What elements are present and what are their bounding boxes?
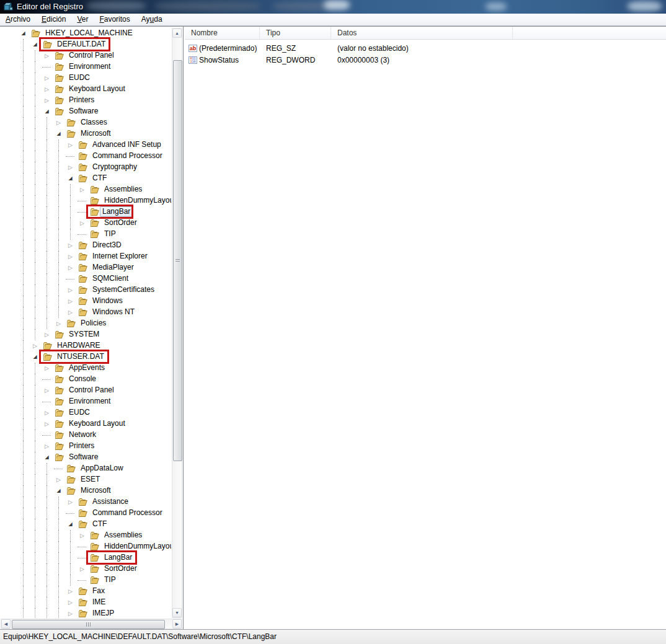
tree-item[interactable]: AppDataLow — [0, 463, 171, 474]
tree-item[interactable]: ◢DEFAULT.DAT — [0, 39, 171, 50]
menu-bar[interactable]: ArchivoEdiciónVerFavoritosAyuda — [0, 14, 666, 26]
tree-item[interactable]: Console — [0, 374, 171, 385]
tree-node-console[interactable]: Console — [53, 374, 99, 384]
tree-item[interactable]: ◢HKEY_LOCAL_MACHINE — [0, 28, 171, 39]
expander-open-icon[interactable]: ◢ — [66, 519, 75, 529]
tree-node-tip[interactable]: TIP — [88, 575, 119, 585]
tree-item[interactable]: ▷MediaPlayer — [0, 262, 171, 273]
tree-node-policies[interactable]: Policies — [64, 318, 109, 329]
vertical-scroll-thumb[interactable] — [173, 60, 182, 461]
expander-closed-icon[interactable]: ▷ — [78, 531, 87, 540]
tree-node-control-panel[interactable]: Control Panel — [53, 385, 117, 395]
tree-item[interactable]: ▷AppEvents — [0, 363, 171, 374]
tree-node-command-processor[interactable]: Command Processor — [76, 151, 166, 161]
tree-node-ctf[interactable]: CTF — [76, 519, 110, 529]
tree-node-assemblies[interactable]: Assemblies — [88, 530, 145, 540]
registry-tree-pane[interactable]: ◢HKEY_LOCAL_MACHINE◢DEFAULT.DAT▷Control … — [0, 27, 184, 629]
tree-node-hkey-local-machine[interactable]: HKEY_LOCAL_MACHINE — [29, 28, 136, 38]
tree-item[interactable]: ▷IMEJP — [0, 608, 171, 618]
expander-closed-icon[interactable]: ▷ — [78, 564, 87, 574]
expander-closed-icon[interactable]: ▷ — [42, 408, 51, 418]
tree-item[interactable]: ▷Internet Explorer — [0, 251, 171, 262]
tree-node-ntuser-dat[interactable]: NTUSER.DAT — [41, 351, 107, 362]
tree-item[interactable]: ▷Cryptography — [0, 162, 171, 173]
tree-item[interactable]: ▷Keyboard Layout — [0, 418, 171, 430]
expander-closed-icon[interactable]: ▷ — [42, 419, 51, 429]
tree-item[interactable]: ▷SYSTEM — [0, 329, 171, 340]
tree-item[interactable]: Command Processor — [0, 508, 171, 519]
tree-node-windows-nt[interactable]: Windows NT — [76, 307, 138, 317]
menu-item-favoritos[interactable]: Favoritos — [94, 14, 135, 25]
tree-item[interactable]: Environment — [0, 396, 171, 407]
tree-node-hiddendummylayouts[interactable]: HiddenDummyLayouts — [88, 195, 171, 206]
tree-item[interactable]: ▷IME — [0, 597, 171, 608]
expander-closed-icon[interactable]: ▷ — [42, 73, 51, 83]
tree-item[interactable]: ◢NTUSER.DAT — [0, 351, 171, 363]
tree-node-systemcertificates[interactable]: SystemCertificates — [76, 285, 158, 295]
tree-item[interactable]: Command Processor — [0, 151, 171, 162]
tree-node-eudc[interactable]: EUDC — [53, 73, 93, 83]
tree-item[interactable]: ▷Classes — [0, 117, 171, 128]
tree-node-environment[interactable]: Environment — [53, 61, 113, 72]
tree-node-environment[interactable]: Environment — [53, 396, 113, 407]
tree-item[interactable]: ▷EUDC — [0, 407, 171, 418]
tree-node-langbar[interactable]: LangBar — [88, 552, 135, 563]
title-bar[interactable]: Editor del Registro — [0, 0, 666, 14]
expander-closed-icon[interactable]: ▷ — [54, 118, 63, 128]
expander-open-icon[interactable]: ◢ — [30, 40, 40, 50]
tree-item[interactable]: ▷EUDC — [0, 73, 171, 84]
expander-closed-icon[interactable]: ▷ — [66, 609, 75, 618]
tree-item[interactable]: ▷Assemblies — [0, 530, 171, 541]
expander-closed-icon[interactable]: ▷ — [42, 84, 51, 94]
tree-item[interactable]: TIP — [0, 229, 171, 240]
menu-item-ver[interactable]: Ver — [71, 14, 94, 25]
tree-node-classes[interactable]: Classes — [64, 117, 110, 128]
tree-node-printers[interactable]: Printers — [53, 441, 97, 451]
tree-item[interactable]: LangBar — [0, 206, 171, 218]
tree-node-keyboard-layout[interactable]: Keyboard Layout — [53, 418, 128, 429]
expander-closed-icon[interactable]: ▷ — [66, 307, 75, 317]
expander-closed-icon[interactable]: ▷ — [66, 140, 75, 150]
tree-item[interactable]: ◢Microsoft — [0, 128, 171, 139]
expander-open-icon[interactable]: ◢ — [42, 452, 51, 462]
expander-closed-icon[interactable]: ▷ — [42, 441, 51, 451]
tree-item[interactable]: ◢Microsoft — [0, 485, 171, 496]
tree-vertical-scrollbar[interactable]: ▲ ▼ — [172, 28, 182, 618]
expander-closed-icon[interactable]: ▷ — [42, 386, 51, 395]
expander-closed-icon[interactable]: ▷ — [66, 252, 75, 262]
expander-closed-icon[interactable]: ▷ — [66, 162, 75, 172]
expander-closed-icon[interactable]: ▷ — [66, 240, 75, 250]
tree-item[interactable]: ▷Control Panel — [0, 50, 171, 61]
value-row[interactable]: ab(Predeterminado)REG_SZ(valor no establ… — [185, 43, 666, 55]
tree-node-software[interactable]: Software — [53, 106, 101, 117]
tree-node-mediaplayer[interactable]: MediaPlayer — [76, 262, 137, 273]
tree-item[interactable]: LangBar — [0, 552, 171, 563]
expander-closed-icon[interactable]: ▷ — [30, 341, 40, 351]
tree-item[interactable]: HiddenDummyLayouts — [0, 541, 171, 552]
expander-closed-icon[interactable]: ▷ — [42, 330, 51, 340]
expander-open-icon[interactable]: ◢ — [66, 174, 75, 183]
tree-node-assemblies[interactable]: Assemblies — [88, 184, 145, 195]
tree-node-appdatalow[interactable]: AppDataLow — [64, 463, 127, 474]
tree-node-windows[interactable]: Windows — [76, 296, 126, 306]
tree-node-imejp[interactable]: IMEJP — [76, 608, 117, 618]
tree-item[interactable]: ▷SortOrder — [0, 218, 171, 229]
expander-closed-icon[interactable]: ▷ — [78, 218, 87, 228]
expander-closed-icon[interactable]: ▷ — [54, 319, 63, 329]
tree-item[interactable]: ▷Windows — [0, 296, 171, 307]
tree-node-fax[interactable]: Fax — [76, 586, 108, 596]
tree-node-ime[interactable]: IME — [76, 597, 109, 607]
tree-node-appevents[interactable]: AppEvents — [53, 363, 108, 373]
column-header-tipo[interactable]: Tipo — [260, 27, 331, 39]
expander-closed-icon[interactable]: ▷ — [78, 185, 87, 195]
expander-closed-icon[interactable]: ▷ — [66, 598, 75, 607]
tree-item[interactable]: ▷SortOrder — [0, 563, 171, 575]
tree-item[interactable]: ▷Fax — [0, 586, 171, 597]
column-header-datos[interactable]: Datos — [331, 27, 513, 39]
tree-item[interactable]: SQMClient — [0, 273, 171, 285]
tree-item[interactable]: TIP — [0, 575, 171, 586]
expander-open-icon[interactable]: ◢ — [30, 352, 40, 362]
tree-item[interactable]: ▷ESET — [0, 474, 171, 485]
tree-item[interactable]: ◢CTF — [0, 173, 171, 184]
tree-node-eudc[interactable]: EUDC — [53, 407, 93, 418]
